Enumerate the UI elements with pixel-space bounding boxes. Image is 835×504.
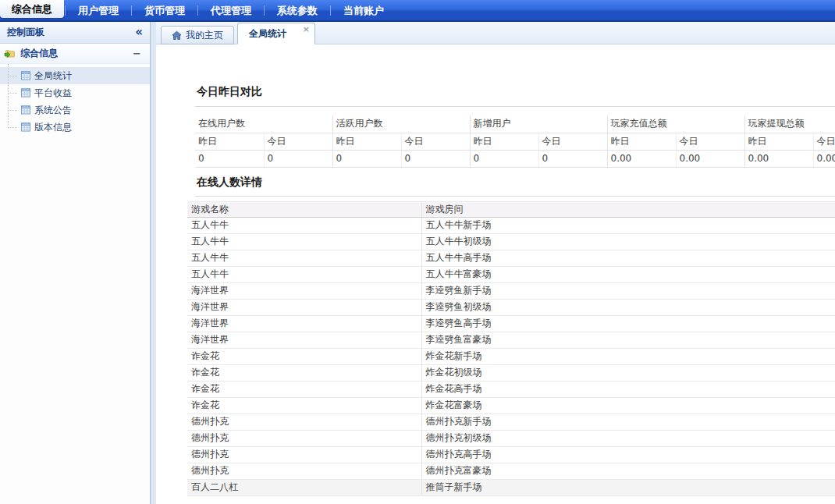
game-room-cell: 炸金花富豪场	[421, 397, 835, 413]
game-room-cell: 炸金花新手场	[421, 348, 835, 364]
game-room-cell: 德州扑克高手场	[421, 446, 835, 463]
sidebar-item[interactable]: 全局统计	[0, 67, 150, 84]
table-row[interactable]: 诈金花炸金花富豪场	[187, 397, 835, 413]
game-name-cell: 海洋世界	[187, 332, 421, 348]
compare-subheader-today: 今日	[676, 133, 744, 150]
folder-arrow-icon	[4, 48, 16, 59]
online-section-title: 在线人数详情	[197, 176, 835, 190]
table-row[interactable]: 海洋世界李逵劈鱼新手场	[187, 282, 835, 299]
compare-subheader-yesterday: 昨日	[607, 133, 676, 150]
panel-splitter[interactable]	[151, 22, 156, 504]
nav-separator	[330, 5, 331, 16]
tree-elbow	[8, 127, 17, 128]
compare-subheader-row: 昨日今日昨日今日昨日今日昨日今日昨日今日	[195, 133, 835, 150]
sidebar-body: 综合信息 − 全局统计平台收益系统公告版本信息	[0, 44, 150, 136]
game-name-cell: 海洋世界	[187, 299, 421, 315]
compare-group-header: 在线用户数	[195, 115, 332, 133]
sidebar-item-label: 全局统计	[34, 69, 72, 83]
collapse-sidebar-icon[interactable]: «	[135, 27, 143, 38]
nav-item-2[interactable]: 用户管理	[66, 0, 130, 21]
collapse-group-icon[interactable]: −	[133, 48, 141, 59]
compare-subheader-yesterday: 昨日	[195, 133, 264, 150]
compare-value-yesterday: 0	[195, 150, 264, 167]
game-room-cell: 德州扑克初级场	[421, 430, 835, 446]
table-icon	[21, 105, 30, 115]
home-icon	[172, 30, 182, 41]
table-row[interactable]: 德州扑克德州扑克新手场	[187, 413, 835, 430]
game-room-cell: 李逵劈鱼初级场	[421, 299, 835, 315]
online-section: 在线人数详情 游戏名称游戏房间 五人牛牛五人牛牛新手场五人牛牛五人牛牛初级场五人…	[187, 176, 835, 496]
sidebar-item-label: 平台收益	[34, 87, 72, 100]
section-divider	[195, 106, 835, 107]
tab-inactive[interactable]: 我的主页	[161, 26, 234, 44]
game-name-cell: 五人牛牛	[187, 250, 421, 266]
compare-subheader-today: 今日	[401, 133, 470, 150]
online-table: 游戏名称游戏房间 五人牛牛五人牛牛新手场五人牛牛五人牛牛初级场五人牛牛五人牛牛高…	[187, 201, 835, 496]
table-row[interactable]: 海洋世界李逵劈鱼高手场	[187, 315, 835, 332]
game-room-cell: 炸金花初级场	[421, 364, 835, 381]
sidebar-item[interactable]: 系统公告	[0, 101, 150, 119]
compare-subheader-yesterday: 昨日	[470, 133, 538, 150]
compare-value-today: 0	[264, 150, 332, 167]
game-name-cell: 诈金花	[187, 381, 421, 397]
compare-group-header: 玩家提现总额	[744, 115, 835, 133]
compare-group-header: 新增用户	[470, 115, 607, 133]
table-icon	[21, 71, 30, 80]
sidebar-panel: 控制面板 « 综合信息 − 全局统计平台收益系统公告版本信息	[0, 22, 151, 504]
compare-section-title: 今日昨日对比	[197, 85, 835, 99]
game-room-cell: 德州扑克富豪场	[421, 463, 835, 479]
game-room-cell: 李逵劈鱼富豪场	[421, 332, 835, 348]
table-row[interactable]: 海洋世界李逵劈鱼富豪场	[187, 332, 835, 348]
tree-elbow	[8, 93, 17, 94]
nav-separator	[65, 5, 66, 16]
compare-subheader-today: 今日	[264, 133, 332, 150]
compare-value-yesterday: 0.00	[607, 150, 676, 167]
table-row[interactable]: 五人牛牛五人牛牛初级场	[187, 233, 835, 250]
tab-active[interactable]: 全局统计×	[237, 23, 315, 44]
table-row[interactable]: 诈金花炸金花新手场	[187, 348, 835, 364]
nav-item-4[interactable]: 代理管理	[199, 0, 263, 21]
compare-value-yesterday: 0	[470, 150, 538, 167]
nav-item-6[interactable]: 当前账户	[332, 0, 396, 21]
table-row[interactable]: 诈金花炸金花初级场	[187, 364, 835, 381]
game-name-cell: 诈金花	[187, 348, 421, 364]
game-room-cell: 炸金花高手场	[421, 381, 835, 397]
table-row[interactable]: 诈金花炸金花高手场	[187, 381, 835, 397]
compare-group-header: 活跃用户数	[332, 115, 470, 133]
table-icon	[21, 88, 30, 98]
sidebar-item[interactable]: 平台收益	[0, 84, 150, 101]
table-row[interactable]: 德州扑克德州扑克富豪场	[187, 463, 835, 479]
game-room-cell: 五人牛牛初级场	[421, 233, 835, 250]
nav-item-1[interactable]: 综合信息	[0, 0, 64, 18]
table-row[interactable]: 五人牛牛五人牛牛新手场	[187, 217, 835, 233]
tab-label: 我的主页	[186, 29, 223, 42]
table-row[interactable]: 五人牛牛五人牛牛富豪场	[187, 266, 835, 282]
compare-section: 今日昨日对比 在线用户数活跃用户数新增用户玩家充值总额玩家提现总额昨日今日昨日今…	[187, 85, 835, 168]
sidebar-tree: 全局统计平台收益系统公告版本信息	[0, 64, 150, 136]
table-row[interactable]: 德州扑克德州扑克高手场	[187, 446, 835, 463]
nav-item-5[interactable]: 系统参数	[265, 0, 329, 21]
game-name-cell: 诈金花	[187, 364, 421, 381]
tree-group-label: 综合信息	[20, 47, 128, 60]
game-name-cell: 德州扑克	[187, 413, 421, 430]
table-row[interactable]: 德州扑克德州扑克初级场	[187, 430, 835, 446]
close-icon[interactable]: ×	[303, 25, 310, 34]
compare-group-row: 在线用户数活跃用户数新增用户玩家充值总额玩家提现总额	[195, 115, 835, 133]
compare-subheader-today: 今日	[538, 133, 607, 150]
game-name-cell: 诈金花	[187, 397, 421, 413]
compare-value-today: 0	[538, 150, 607, 167]
nav-item-3[interactable]: 货币管理	[133, 0, 197, 21]
table-row[interactable]: 五人牛牛五人牛牛高手场	[187, 250, 835, 266]
table-row[interactable]: 海洋世界李逵劈鱼初级场	[187, 299, 835, 315]
compare-values-row: 0000000.000.000.000.00	[195, 150, 835, 167]
content-area: 今日昨日对比 在线用户数活跃用户数新增用户玩家充值总额玩家提现总额昨日今日昨日今…	[156, 44, 835, 504]
sidebar-item[interactable]: 版本信息	[0, 119, 150, 136]
table-row[interactable]: 百人二八杠推筒子新手场	[187, 479, 835, 495]
compare-value-today: 0.00	[676, 150, 744, 167]
game-name-cell: 五人牛牛	[187, 233, 421, 250]
sidebar-item-label: 系统公告	[34, 104, 72, 117]
sidebar-item-label: 版本信息	[34, 121, 72, 134]
tab-strip: 我的主页全局统计×	[156, 22, 835, 44]
compare-group-header: 玩家充值总额	[607, 115, 744, 133]
tree-group-header[interactable]: 综合信息 −	[0, 44, 150, 64]
